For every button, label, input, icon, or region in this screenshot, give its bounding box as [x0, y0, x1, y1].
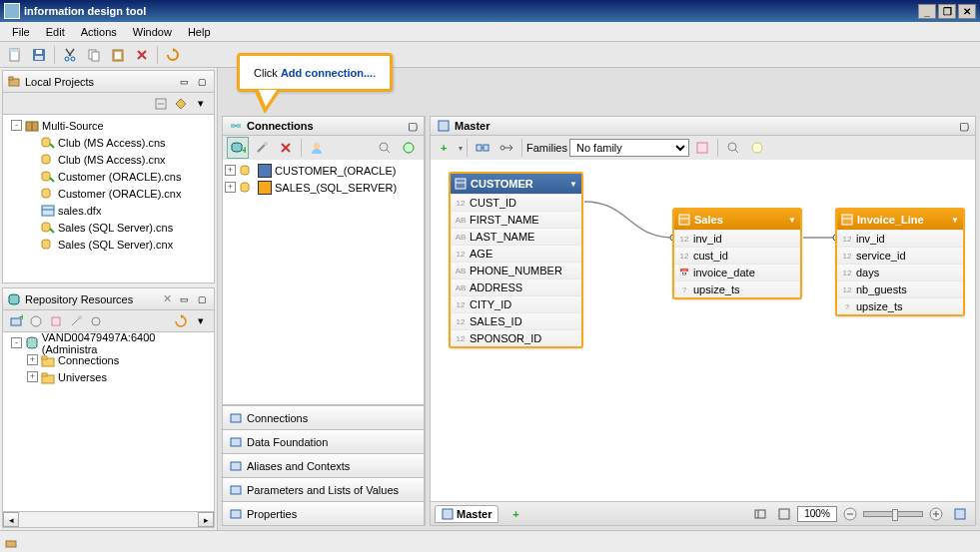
connections-maximize-icon[interactable]: ▢ [408, 120, 418, 133]
entity-invoice_line[interactable]: Invoice_Line▼12inv_id12service_id12days1… [835, 208, 965, 316]
zoom-out-button[interactable] [839, 503, 861, 525]
expander-icon[interactable]: - [11, 120, 22, 131]
entity-header[interactable]: CUSTOMER▼ [451, 174, 581, 194]
copy-button[interactable] [83, 44, 105, 66]
add-view-button[interactable]: + [504, 503, 526, 525]
repository-tree[interactable]: -VAND00479497A:6400 (Administra+Connecti… [3, 332, 214, 511]
repo-menu-button[interactable]: ▾ [192, 312, 210, 330]
overview-button[interactable] [949, 503, 971, 525]
detect-cardinality-button[interactable] [495, 137, 517, 159]
menu-help[interactable]: Help [180, 24, 219, 40]
section-tab[interactable]: Parameters and Lists of Values [223, 477, 424, 501]
collapse-all-button[interactable] [152, 95, 170, 113]
zoom-reset-button[interactable] [773, 503, 795, 525]
section-tab[interactable]: Connections [223, 405, 424, 429]
close-button[interactable]: ✕ [958, 4, 976, 19]
tree-item[interactable]: Sales (SQL Server).cnx [5, 236, 212, 253]
panel-minimize-icon[interactable]: ▭ [176, 291, 192, 307]
column-row[interactable]: 12inv_id [837, 230, 963, 247]
column-row[interactable]: 12SALES_ID [451, 312, 581, 329]
zoom-in-button[interactable] [925, 503, 947, 525]
tree-item[interactable]: -Multi-Source [5, 117, 212, 134]
chevron-down-icon[interactable]: ▼ [951, 216, 959, 225]
menu-file[interactable]: File [4, 24, 38, 40]
entity-header[interactable]: Sales▼ [674, 210, 800, 230]
fit-window-button[interactable] [749, 503, 771, 525]
expander-icon[interactable]: + [225, 165, 236, 176]
conn-test-button[interactable] [398, 137, 420, 159]
repo-refresh-button[interactable] [172, 312, 190, 330]
view-menu-button[interactable]: ▾ [192, 95, 210, 113]
detect-join-button[interactable] [472, 137, 493, 159]
master-tab[interactable]: Master [435, 505, 498, 523]
tree-item[interactable]: Club (MS Access).cnx [5, 151, 212, 168]
repo-action3-button[interactable] [47, 312, 65, 330]
conn-user-button[interactable] [306, 137, 328, 159]
local-projects-tree[interactable]: -Multi-SourceClub (MS Access).cnsClub (M… [3, 115, 214, 282]
horizontal-scrollbar[interactable]: ◂ ▸ [3, 511, 214, 527]
connections-list[interactable]: +CUSTOMER_(ORACLE)+SALES_(SQL_SERVER) [222, 160, 425, 405]
column-row[interactable]: 12days [837, 264, 963, 280]
column-row[interactable]: 12AGE [451, 245, 581, 262]
zoom-slider[interactable] [863, 511, 923, 517]
conn-search-button[interactable] [374, 137, 396, 159]
paste-button[interactable] [107, 44, 129, 66]
repo-action2-button[interactable] [27, 312, 45, 330]
tree-item[interactable]: +Universes [5, 368, 212, 385]
view-tab-close-icon[interactable]: ✕ [163, 292, 172, 305]
column-row[interactable]: 12nb_guests [837, 280, 963, 297]
menu-actions[interactable]: Actions [73, 24, 125, 40]
column-row[interactable]: 12SPONSOR_ID [451, 329, 581, 346]
column-row[interactable]: ABADDRESS [451, 278, 581, 295]
er-canvas[interactable]: CUSTOMER▼12CUST_IDABFIRST_NAMEABLAST_NAM… [430, 160, 976, 502]
panel-maximize-icon[interactable]: ▢ [194, 291, 210, 307]
entity-header[interactable]: Invoice_Line▼ [837, 210, 963, 230]
panel-minimize-icon[interactable]: ▭ [176, 74, 192, 90]
tree-item[interactable]: Customer (ORACLE).cnx [5, 185, 212, 202]
repo-action5-button[interactable] [87, 312, 105, 330]
tree-item[interactable]: Sales (SQL Server).cns [5, 219, 212, 236]
zoom-input[interactable] [797, 506, 837, 522]
column-row[interactable]: 12inv_id [674, 230, 800, 247]
expander-icon[interactable]: + [225, 182, 236, 193]
add-session-button[interactable]: + [7, 312, 25, 330]
link-editor-button[interactable] [172, 95, 190, 113]
panel-maximize-icon[interactable]: ▢ [194, 74, 210, 90]
delete-connection-button[interactable] [275, 137, 297, 159]
delete-button[interactable] [131, 44, 153, 66]
connection-item[interactable]: +CUSTOMER_(ORACLE) [225, 162, 422, 179]
tree-item[interactable]: -VAND00479497A:6400 (Administra [5, 334, 212, 351]
maximize-button[interactable]: ❐ [938, 4, 956, 19]
column-row[interactable]: 12cust_id [674, 247, 800, 264]
expander-icon[interactable]: + [27, 371, 38, 382]
column-row[interactable]: 12CITY_ID [451, 295, 581, 312]
expander-icon[interactable]: - [11, 337, 22, 348]
column-row[interactable]: ?upsize_ts [837, 297, 963, 314]
families-edit-button[interactable] [691, 137, 713, 159]
search-master-button[interactable] [722, 137, 744, 159]
save-button[interactable] [28, 44, 50, 66]
entity-sales[interactable]: Sales▼12inv_id12cust_id📅invoice_date?ups… [672, 208, 802, 299]
tree-item[interactable]: sales.dfx [5, 202, 212, 219]
section-tab[interactable]: Properties [223, 501, 424, 525]
tree-item[interactable]: Customer (ORACLE).cns [5, 168, 212, 185]
repo-action4-button[interactable] [67, 312, 85, 330]
scroll-right-button[interactable]: ▸ [198, 512, 214, 527]
scroll-left-button[interactable]: ◂ [3, 512, 19, 527]
column-row[interactable]: 12service_id [837, 247, 963, 264]
tree-item[interactable]: Club (MS Access).cns [5, 134, 212, 151]
column-row[interactable]: 📅invoice_date [674, 264, 800, 280]
section-tab[interactable]: Aliases and Contexts [223, 453, 424, 477]
insert-button[interactable]: + [435, 137, 457, 159]
master-maximize-icon[interactable]: ▢ [959, 120, 969, 133]
edit-connection-button[interactable] [251, 137, 273, 159]
connection-item[interactable]: +SALES_(SQL_SERVER) [225, 179, 422, 196]
column-row[interactable]: 12CUST_ID [451, 194, 581, 211]
entity-customer[interactable]: CUSTOMER▼12CUST_IDABFIRST_NAMEABLAST_NAM… [449, 172, 583, 348]
add-connection-button[interactable]: + [227, 137, 249, 159]
display-options-button[interactable] [746, 137, 768, 159]
chevron-down-icon[interactable]: ▼ [569, 180, 577, 189]
column-row[interactable]: ?upsize_ts [674, 280, 800, 297]
expander-icon[interactable]: + [27, 354, 38, 365]
section-tab[interactable]: Data Foundation [223, 429, 424, 453]
